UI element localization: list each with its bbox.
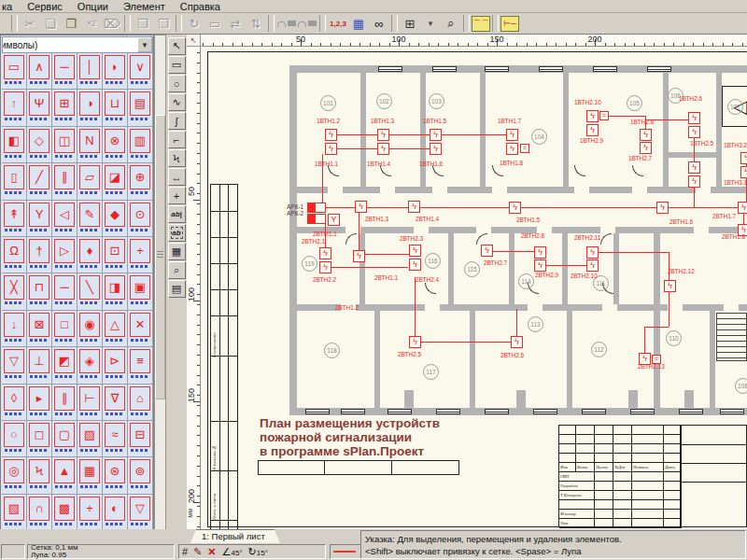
grid-dropdown[interactable]: ▾ <box>420 14 441 33</box>
cut-button[interactable]: ✂ <box>20 14 40 33</box>
fire-detector[interactable]: ϟ <box>688 112 700 124</box>
symbol-cell[interactable]: ▩ <box>52 495 78 531</box>
fire-detector[interactable]: ϟ <box>409 336 421 348</box>
fire-detector[interactable]: ϟ <box>640 142 652 154</box>
symbol-cell[interactable]: ▭ <box>2 53 27 90</box>
symbol-cell[interactable]: ○ <box>2 421 27 457</box>
symbol-cell[interactable]: ⊗ <box>103 127 128 163</box>
symbol-cell[interactable]: ▤ <box>128 90 153 126</box>
symbol-cell[interactable]: ⊚ <box>128 457 153 494</box>
zigzag-tool[interactable]: Ϟ <box>168 149 186 167</box>
symbol-cell[interactable]: ⊠ <box>27 311 52 347</box>
symbol-cell[interactable]: ∇ <box>103 385 128 421</box>
symbol-cell[interactable]: ◪ <box>103 163 128 200</box>
scrollbar-thumb[interactable] <box>155 115 165 399</box>
symbol-cell[interactable]: ✎ <box>78 201 103 237</box>
symbol-cell[interactable]: ◻ <box>27 421 52 457</box>
symbol-cell[interactable]: ∨ <box>128 53 153 90</box>
fire-detector[interactable]: ϟ <box>325 143 337 155</box>
symbol-cell[interactable]: ▧ <box>2 495 27 531</box>
symbol-cell[interactable]: ▣ <box>128 273 153 310</box>
fire-detector[interactable]: ϟ <box>481 245 493 257</box>
symbol-cell[interactable]: + <box>128 237 153 273</box>
symbol-cell[interactable]: ◈ <box>78 347 103 384</box>
renumber-button[interactable]: 1,2,3 <box>328 14 348 33</box>
polyline-tool[interactable]: ⌐ <box>168 131 186 148</box>
symbol-cell[interactable]: Ψ <box>27 90 52 126</box>
splitter-box[interactable]: Y <box>328 214 340 226</box>
symbol-cell[interactable]: ▽ <box>128 495 153 531</box>
fire-detector[interactable]: ϟ <box>586 124 599 136</box>
parts-list-button[interactable]: ▦ <box>348 14 369 33</box>
symbol-cell[interactable]: ⊟ <box>128 421 153 457</box>
control-panel-box[interactable] <box>307 203 326 213</box>
angle-step[interactable]: ∠45° <box>222 546 243 557</box>
symbol-cell[interactable]: ╱ <box>27 163 52 200</box>
rotation-step[interactable]: ↻15° <box>248 546 268 557</box>
fire-detector[interactable]: ϟ <box>377 143 389 155</box>
symbol-cell[interactable]: ◆ <box>103 201 128 237</box>
symbol-cell[interactable]: ╳ <box>2 273 27 310</box>
fire-detector[interactable]: ϟ <box>353 250 365 262</box>
delete-button[interactable]: ⌦ <box>102 14 122 33</box>
dimension-tool[interactable]: ↔ <box>168 168 186 186</box>
menu-item-5[interactable]: Справка <box>173 1 228 12</box>
search-button[interactable]: ∞ <box>369 14 389 33</box>
fire-detector[interactable]: ϟ <box>688 126 700 138</box>
symbol-cell[interactable]: ∥ <box>52 163 78 200</box>
menu-item-3[interactable]: Опции <box>70 1 116 12</box>
symbol-cell[interactable]: ⊙ <box>128 201 153 237</box>
bring-to-front-button[interactable]: ❒ <box>133 14 153 33</box>
symbol-cell[interactable]: ↓ <box>2 311 27 347</box>
fire-detector[interactable]: ϟ <box>506 129 518 141</box>
symbol-cell[interactable]: ◉ <box>78 311 103 347</box>
fire-detector[interactable]: ϟ <box>430 143 442 155</box>
drawing-sheet[interactable]: СогласованоВ зам.инв.№Подп. и датаИнв.№ … <box>201 47 747 529</box>
fire-detector[interactable]: ϟ <box>738 202 747 214</box>
paste-button[interactable]: ❐ <box>61 14 81 33</box>
fire-detector[interactable]: ϟ <box>506 143 518 155</box>
fire-detector[interactable]: ϟ <box>534 246 546 259</box>
zoom-button[interactable]: ⌕ <box>441 14 461 33</box>
symbol-cell[interactable]: Ϟ <box>27 457 52 494</box>
symbol-cell[interactable]: ◁ <box>52 201 78 237</box>
symbol-cell[interactable]: ◗ <box>103 53 128 90</box>
symbol-cell[interactable]: △ <box>103 311 128 347</box>
symbol-cell[interactable]: † <box>27 237 52 273</box>
fire-detector[interactable]: ϟ <box>656 202 669 214</box>
snap-grid-icon[interactable]: # <box>182 546 188 557</box>
symbol-cell[interactable]: ⊕ <box>128 163 153 200</box>
fire-detector[interactable]: ϟ <box>586 246 599 259</box>
symbol-cell[interactable]: ◫ <box>52 127 78 163</box>
control-panel-box[interactable] <box>307 214 326 224</box>
symbol-cell[interactable]: ⊔ <box>103 90 128 126</box>
symbol-cell[interactable]: ∥ <box>52 385 78 421</box>
symbol-cell[interactable]: ▱ <box>78 163 103 200</box>
fire-detector[interactable]: ϟ <box>409 259 421 271</box>
symbol-cell[interactable]: ⊓ <box>27 273 52 310</box>
symbol-cell[interactable]: ◧ <box>2 127 27 163</box>
duplicate-button[interactable]: ×2 <box>81 14 102 33</box>
symbol-cell[interactable]: ⌂ <box>128 385 153 421</box>
sheet-properties-button[interactable]: ⌒⌒ <box>472 16 490 32</box>
symbol-cell[interactable]: ◊ <box>2 385 27 421</box>
symbol-cell[interactable]: ⊞ <box>52 90 78 126</box>
symbol-cell[interactable]: ▨ <box>78 421 103 457</box>
delete-node-icon[interactable]: ✕ <box>207 546 216 557</box>
symbol-cell[interactable]: ▯ <box>2 163 27 200</box>
send-to-back-button[interactable]: ❒ <box>153 14 174 33</box>
chevron-down-icon[interactable]: ▼ <box>137 37 152 52</box>
bezier-tool[interactable]: ʃ <box>168 112 186 130</box>
symbol-cell[interactable]: Y <box>27 201 52 237</box>
lock-button[interactable] <box>276 14 297 33</box>
fire-detector[interactable]: ϟ <box>586 259 599 272</box>
symbol-cell[interactable]: ⊳ <box>103 347 128 384</box>
fire-detector[interactable]: ϟ <box>409 245 421 257</box>
symbol-cell[interactable]: □ <box>52 311 78 347</box>
ruler-tool[interactable]: ▤ <box>168 280 186 298</box>
pointer-tool[interactable]: ↖ <box>168 37 186 55</box>
grid-button[interactable]: ⊞ <box>400 14 420 33</box>
symbol-cell[interactable]: │ <box>78 53 103 90</box>
symbol-cell[interactable]: ─ <box>52 53 78 90</box>
symbol-cell[interactable]: N <box>78 127 103 163</box>
